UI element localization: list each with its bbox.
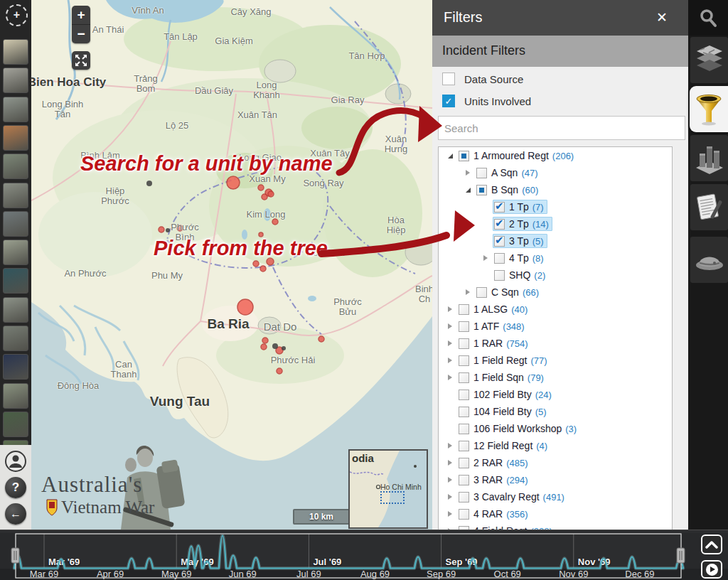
- tree-item-1-field-sqn[interactable]: 1 Field Sqn(79): [439, 369, 672, 386]
- photo-thumbnail[interactable]: [3, 354, 28, 380]
- unit-search-input[interactable]: [438, 116, 685, 140]
- photo-thumbnail[interactable]: [3, 326, 28, 351]
- tree-checkbox[interactable]: [494, 202, 505, 213]
- tree-checkbox[interactable]: [459, 151, 469, 161]
- timeline-chart[interactable]: Mar '69May '69Jul '69Sep '69Nov '69Mar 6…: [0, 530, 728, 580]
- tree-checkbox[interactable]: [459, 475, 469, 485]
- tree-checkbox[interactable]: [459, 390, 469, 400]
- tree-item-shq[interactable]: SHQ(2): [439, 267, 672, 284]
- tree-item-4-rar[interactable]: 4 RAR(356): [439, 505, 672, 522]
- photo-thumbnail[interactable]: [3, 125, 28, 151]
- checkbox[interactable]: ✓: [442, 95, 455, 107]
- zoom-out-button[interactable]: −: [72, 25, 90, 43]
- tree-checkbox[interactable]: [459, 424, 469, 434]
- expand-icon[interactable]: [461, 170, 475, 176]
- chart-tool-button[interactable]: [690, 135, 728, 181]
- tree-checkbox[interactable]: [494, 253, 505, 264]
- expand-icon[interactable]: [461, 289, 475, 295]
- tree-checkbox[interactable]: [459, 304, 469, 315]
- timeline-left-handle[interactable]: [11, 548, 19, 563]
- photo-thumbnail[interactable]: [3, 268, 28, 294]
- expand-icon[interactable]: [443, 358, 457, 363]
- expand-icon[interactable]: [443, 340, 457, 346]
- timeline-collapse-button[interactable]: [701, 535, 722, 554]
- tree-checkbox[interactable]: [459, 458, 469, 468]
- tree-checkbox[interactable]: [459, 355, 469, 366]
- photo-thumbnail[interactable]: [3, 297, 28, 323]
- layers-tool-button[interactable]: [690, 37, 728, 83]
- expand-icon[interactable]: [443, 477, 457, 483]
- tree-checkbox[interactable]: [459, 321, 469, 332]
- inset-overview-map[interactable]: odia Ho Chi Minh: [348, 449, 428, 529]
- photo-thumbnail[interactable]: [3, 412, 28, 437]
- close-icon[interactable]: ✕: [656, 9, 668, 26]
- tree-checkbox[interactable]: [459, 492, 469, 503]
- tree-checkbox[interactable]: [494, 219, 505, 230]
- tree-checkbox[interactable]: [476, 287, 487, 298]
- tree-item-2-rar[interactable]: 2 RAR(485): [439, 454, 672, 471]
- search-tool-button[interactable]: [688, 0, 728, 36]
- documents-tool-button[interactable]: [690, 184, 728, 230]
- tree-item-3-cavalry-regt[interactable]: 3 Cavalry Regt(491): [439, 488, 672, 505]
- photo-thumbnail[interactable]: [3, 183, 28, 208]
- tree-checkbox[interactable]: [459, 441, 469, 451]
- timeline[interactable]: Mar '69May '69Jul '69Sep '69Nov '69Mar 6…: [0, 530, 728, 580]
- photo-thumbnail[interactable]: [3, 68, 28, 93]
- map-canvas[interactable]: Vĩnh AnCây XăngAn TháiTân LậpGia KiệmTân…: [31, 0, 432, 530]
- tree-item-b-sqn[interactable]: B Sqn(60): [439, 181, 672, 198]
- expand-icon[interactable]: [443, 323, 457, 329]
- tree-item-102-field-bty[interactable]: 102 Field Bty(24): [439, 386, 672, 403]
- fullscreen-button[interactable]: [72, 51, 90, 70]
- tree-item-1-rar[interactable]: 1 RAR(754): [439, 335, 672, 352]
- expand-icon[interactable]: [443, 306, 457, 312]
- tree-item-c-sqn[interactable]: C Sqn(66): [439, 284, 672, 301]
- tree-checkbox[interactable]: [459, 509, 469, 520]
- photo-thumbnail[interactable]: [3, 211, 28, 237]
- filter-tool-button[interactable]: [690, 86, 728, 132]
- tree-item-a-sqn[interactable]: A Sqn(47): [439, 164, 672, 181]
- filter-checkbox-row[interactable]: Data Source: [442, 72, 523, 85]
- checkbox[interactable]: [442, 72, 455, 85]
- expand-icon[interactable]: [443, 460, 457, 466]
- tree-item-3-tp[interactable]: 3 Tp(5): [439, 232, 672, 249]
- hat-tool-button[interactable]: [690, 237, 728, 283]
- help-button[interactable]: ?: [5, 477, 26, 498]
- locate-crosshair-button[interactable]: +: [6, 4, 28, 26]
- back-button[interactable]: ←: [5, 503, 26, 525]
- tree-checkbox[interactable]: [476, 168, 487, 178]
- photo-thumbnail[interactable]: [3, 97, 28, 122]
- tree-item-4-tp[interactable]: 4 Tp(8): [439, 249, 672, 267]
- photo-thumbnail[interactable]: [3, 154, 28, 179]
- tree-item-12-field-regt[interactable]: 12 Field Regt(4): [439, 437, 672, 454]
- zoom-in-button[interactable]: +: [72, 6, 90, 25]
- tree-item-1-armoured-regt[interactable]: 1 Armoured Regt(206): [439, 147, 672, 164]
- expand-icon[interactable]: [443, 494, 457, 500]
- tree-checkbox[interactable]: [459, 407, 469, 417]
- photo-thumbnail[interactable]: [3, 383, 28, 409]
- tree-item-2-tp[interactable]: 2 Tp(14): [439, 215, 672, 232]
- tree-item-104-field-bty[interactable]: 104 Field Bty(5): [439, 403, 672, 420]
- tree-item-1-alsg[interactable]: 1 ALSG(40): [439, 301, 672, 318]
- expand-icon[interactable]: [443, 443, 457, 449]
- user-button[interactable]: [5, 451, 26, 472]
- tree-checkbox[interactable]: [459, 338, 469, 349]
- tree-checkbox[interactable]: [494, 236, 505, 247]
- timeline-play-button[interactable]: [701, 560, 722, 579]
- collapse-icon[interactable]: [443, 154, 457, 159]
- tree-checkbox[interactable]: [459, 372, 469, 383]
- tree-item-3-rar[interactable]: 3 RAR(294): [439, 471, 672, 488]
- tree-checkbox[interactable]: [476, 185, 487, 195]
- expand-icon[interactable]: [443, 375, 457, 380]
- collapse-icon[interactable]: [461, 188, 475, 193]
- tree-checkbox[interactable]: [494, 270, 505, 281]
- expand-icon[interactable]: [478, 255, 493, 261]
- tree-item-106-field-workshop[interactable]: 106 Field Workshop(3): [439, 420, 672, 437]
- tree-item-1-field-regt[interactable]: 1 Field Regt(77): [439, 352, 672, 369]
- photo-thumbnail[interactable]: [3, 240, 28, 265]
- tree-item-1-tp[interactable]: 1 Tp(7): [439, 198, 672, 215]
- expand-icon[interactable]: [443, 511, 457, 517]
- tree-item-1-atf[interactable]: 1 ATF(348): [439, 318, 672, 335]
- photo-thumbnail[interactable]: [3, 39, 28, 65]
- timeline-right-handle[interactable]: [677, 548, 685, 563]
- filter-checkbox-row[interactable]: ✓Units Involved: [442, 95, 531, 107]
